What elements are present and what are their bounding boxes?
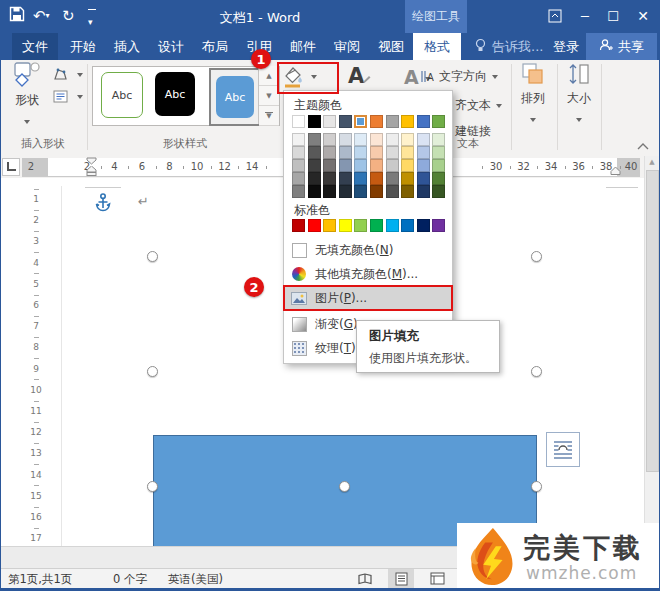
theme-color-swatch[interactable] [432,115,445,128]
edit-shape-button[interactable] [53,66,83,85]
theme-tint-swatch[interactable] [370,159,383,172]
shape-handle[interactable] [339,481,350,492]
theme-color-swatch[interactable] [401,115,414,128]
standard-color-swatch[interactable] [292,219,305,232]
language-status[interactable]: 英语(美国) [168,572,223,587]
standard-color-swatch[interactable] [417,219,430,232]
theme-tint-swatch[interactable] [401,133,414,146]
theme-tint-swatch[interactable] [386,172,399,185]
theme-tint-swatch[interactable] [432,133,445,146]
theme-color-swatch[interactable] [370,115,383,128]
tab-3[interactable]: 设计 [148,33,194,60]
theme-tint-swatch[interactable] [339,133,352,146]
standard-color-swatch[interactable] [432,219,445,232]
first-line-indent-marker[interactable] [86,157,97,165]
menu-item-P[interactable]: 图片(P)... [284,287,452,309]
shape-handle[interactable] [531,251,542,262]
theme-tint-swatch[interactable] [386,185,399,198]
theme-tint-swatch[interactable] [370,172,383,185]
text-box-button[interactable] [53,88,83,107]
print-layout-button[interactable] [388,569,414,588]
theme-tint-swatch[interactable] [354,159,367,172]
theme-tint-swatch[interactable] [308,133,321,146]
theme-color-swatch[interactable] [323,115,336,128]
theme-tint-swatch[interactable] [417,133,430,146]
gallery-more-button[interactable]: ▼ [259,106,279,126]
theme-tint-swatch[interactable] [292,159,305,172]
theme-color-swatch[interactable] [417,115,430,128]
theme-tint-swatch[interactable] [417,146,430,159]
web-layout-button[interactable] [424,569,450,588]
customize-quick-access-icon[interactable]: ▾ [88,9,96,32]
sign-in-button[interactable]: 登录 [543,33,589,60]
theme-color-swatch[interactable] [308,115,321,128]
word-count[interactable]: 0 个字 [113,572,147,587]
theme-tint-swatch[interactable] [308,146,321,159]
align-text-button[interactable]: 齐文本 [455,97,502,114]
maximize-icon[interactable]: ☐ [602,6,624,26]
theme-tint-swatch[interactable] [292,172,305,185]
minimize-icon[interactable]: ─ [574,6,596,26]
shape-handle[interactable] [147,251,158,262]
theme-tint-swatch[interactable] [354,146,367,159]
redo-icon[interactable]: ↻ [62,6,75,26]
vertical-scrollbar[interactable]: ▲ [644,156,659,568]
theme-tint-swatch[interactable] [401,146,414,159]
standard-color-swatch[interactable] [308,219,321,232]
shape-handle[interactable] [147,366,158,377]
shapes-button[interactable]: 形状 [6,62,48,132]
gallery-up-button[interactable]: ▲ [259,66,279,86]
theme-tint-swatch[interactable] [354,185,367,198]
theme-tint-swatch[interactable] [370,133,383,146]
theme-tint-swatch[interactable] [401,159,414,172]
size-button[interactable]: 大小 [560,62,598,126]
theme-tint-swatch[interactable] [432,185,445,198]
theme-tint-swatch[interactable] [339,159,352,172]
theme-tint-swatch[interactable] [432,159,445,172]
menu-item-N[interactable]: 无填充颜色(N) [284,239,452,261]
scroll-up-icon[interactable]: ▲ [645,156,659,169]
save-icon[interactable] [9,6,25,27]
hanging-indent-marker[interactable] [86,166,97,176]
shape-handle[interactable] [531,366,542,377]
close-icon[interactable]: ✕ [632,6,654,26]
theme-tint-swatch[interactable] [401,172,414,185]
theme-tint-swatch[interactable] [292,185,305,198]
read-mode-button[interactable] [352,569,378,588]
standard-color-swatch[interactable] [386,219,399,232]
standard-color-swatch[interactable] [370,219,383,232]
page-info[interactable]: 第1页,共1页 [8,572,72,587]
tab-6[interactable]: 邮件 [280,33,326,60]
theme-tint-swatch[interactable] [323,185,336,198]
menu-item-M[interactable]: 其他填充颜色(M)... [284,263,452,285]
theme-tint-swatch[interactable] [308,159,321,172]
tab-file[interactable]: 文件 [12,33,58,60]
theme-color-swatch[interactable] [354,115,367,128]
theme-tint-swatch[interactable] [401,185,414,198]
theme-tint-swatch[interactable] [308,172,321,185]
theme-tint-swatch[interactable] [339,172,352,185]
tab-7[interactable]: 审阅 [324,33,370,60]
theme-tint-swatch[interactable] [417,185,430,198]
shape-style-option[interactable]: Abc [155,72,195,116]
shape-handle[interactable] [147,481,158,492]
tell-me-box[interactable]: 告诉我... [474,33,543,60]
right-indent-marker[interactable] [610,167,621,176]
theme-tint-swatch[interactable] [386,159,399,172]
theme-tint-swatch[interactable] [386,133,399,146]
theme-tint-swatch[interactable] [370,146,383,159]
theme-color-swatch[interactable] [292,115,305,128]
theme-tint-swatch[interactable] [370,185,383,198]
ribbon-display-options-icon[interactable] [544,6,566,26]
tab-2[interactable]: 插入 [104,33,150,60]
theme-tint-swatch[interactable] [308,185,321,198]
theme-tint-swatch[interactable] [292,133,305,146]
standard-color-swatch[interactable] [354,219,367,232]
theme-tint-swatch[interactable] [323,172,336,185]
theme-color-swatch[interactable] [339,115,352,128]
text-fill-button[interactable]: A [348,63,371,89]
shape-style-option[interactable]: Abc [101,72,143,118]
theme-tint-swatch[interactable] [432,172,445,185]
arrange-button[interactable]: 排列 [514,62,552,126]
shape-handle[interactable] [531,481,542,492]
